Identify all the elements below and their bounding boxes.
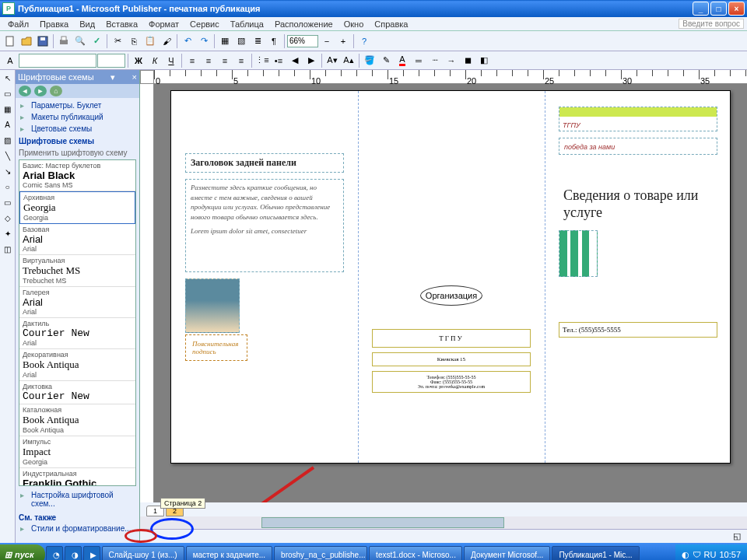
taskbar-item-5[interactable]: Документ Microsof... <box>464 546 550 560</box>
font-scheme-item[interactable]: Базис: Мастер буклетовArial BlackComic S… <box>19 160 135 191</box>
nav-back-icon[interactable]: ◄ <box>19 86 31 96</box>
close-button[interactable]: × <box>728 2 745 16</box>
menu-tools[interactable]: Сервис <box>185 19 224 30</box>
bullets-button[interactable]: •≡ <box>271 53 286 68</box>
redo-button[interactable]: ↷ <box>196 33 212 49</box>
shadow-button[interactable]: ◼ <box>460 53 475 68</box>
maximize-button[interactable]: □ <box>710 2 727 16</box>
company-box[interactable]: ТГПУ <box>372 329 531 348</box>
picture-tool[interactable]: ▨ <box>2 134 14 146</box>
3d-button[interactable]: ◧ <box>476 53 492 68</box>
taskpane-link-layouts[interactable]: Макеты публикаций <box>19 111 136 123</box>
autoshapes-tool[interactable]: ◇ <box>2 212 14 224</box>
quicklaunch-3[interactable]: ▶ <box>83 546 100 560</box>
save-button[interactable] <box>35 33 51 49</box>
contact-box[interactable]: Телефон: (555)555-55-55 Факс: (555)555-5… <box>372 371 531 393</box>
line-tool[interactable]: ╲ <box>2 149 14 162</box>
taskpane-close-icon[interactable]: × <box>132 72 137 82</box>
quicklaunch-1[interactable]: ◔ <box>46 546 63 560</box>
menu-view[interactable]: Вид <box>75 19 100 30</box>
special-chars-button[interactable]: ¶ <box>266 33 282 49</box>
tray-icon[interactable]: ◐ <box>682 550 689 560</box>
send-back-button[interactable]: ▧ <box>233 33 249 49</box>
columns-button[interactable]: ≣ <box>250 33 265 49</box>
copy-button[interactable]: ⎘ <box>126 33 142 49</box>
front-sub-box[interactable]: победа за нами <box>559 138 717 155</box>
font-scheme-item[interactable]: ГалереяArialArial <box>19 287 135 318</box>
oval-tool[interactable]: ○ <box>2 180 14 193</box>
font-scheme-item[interactable]: КаталожнаяBook AntiquaBook Antiqua <box>19 404 135 436</box>
bold-button[interactable]: Ж <box>131 53 146 68</box>
back-body-textbox[interactable]: Разместите здесь краткие сообщения, но в… <box>185 179 344 272</box>
font-scheme-item[interactable]: ДактильCourier NewArial <box>19 318 135 349</box>
font-scheme-item[interactable]: ДекоративнаяBook AntiquaArial <box>19 349 135 381</box>
taskbar-item-active[interactable]: Публикация1 - Mic... <box>552 546 639 560</box>
taskbar-item-3[interactable]: broshy_na_c_publishe... <box>274 546 367 560</box>
line-style-button[interactable]: ═ <box>411 53 426 68</box>
increase-font-button[interactable]: A▴ <box>341 53 356 68</box>
cut-button[interactable]: ✂ <box>110 33 125 49</box>
font-scheme-item[interactable]: АрхивнаяGeorgiaGeorgia <box>19 191 135 224</box>
taskpane-link-customize[interactable]: Настройка шрифтовой схем... <box>19 489 136 509</box>
quicklaunch-2[interactable]: ◑ <box>65 546 82 560</box>
front-title-box[interactable]: Сведения о товаре или услуге <box>559 184 717 224</box>
font-scheme-item[interactable]: БазоваяArialArial <box>19 224 135 255</box>
print-preview-button[interactable]: 🔍 <box>72 33 88 49</box>
design-gallery-tool[interactable]: ◫ <box>2 243 14 255</box>
pointer-tool[interactable]: ↖ <box>2 72 14 84</box>
align-center-button[interactable]: ≡ <box>201 53 216 68</box>
nav-forward-icon[interactable]: ► <box>34 86 47 96</box>
table-tool[interactable]: ▦ <box>2 103 14 115</box>
wordart-tool[interactable]: A <box>2 118 14 131</box>
clock[interactable]: 10:57 <box>719 550 741 559</box>
zoom-in-button[interactable]: + <box>335 33 351 49</box>
decrease-indent-button[interactable]: ◀ <box>287 53 303 68</box>
front-image-placeholder[interactable] <box>559 230 598 277</box>
styles-button[interactable]: A <box>2 53 18 68</box>
taskbar-item-2[interactable]: мастер к задачите... <box>186 546 272 560</box>
undo-button[interactable]: ↶ <box>180 33 195 49</box>
spelling-button[interactable]: ✓ <box>89 33 104 49</box>
font-scheme-item[interactable]: ИндустриальнаяFranklin Gothic ...Frankli… <box>19 468 135 486</box>
fill-color-button[interactable]: 🪣 <box>362 53 377 68</box>
help-ask-input[interactable]: Введите вопрос <box>679 19 744 29</box>
font-scheme-list[interactable]: Базис: Мастер буклетовArial BlackComic S… <box>19 159 136 486</box>
align-left-button[interactable]: ≡ <box>184 53 200 68</box>
decrease-font-button[interactable]: A▾ <box>324 53 340 68</box>
menu-help[interactable]: Справка <box>370 19 412 30</box>
rectangle-tool[interactable]: ▭ <box>2 196 14 208</box>
taskbar-item-1[interactable]: Слайд-шоу 1 (из...) <box>102 546 184 560</box>
tray-icon[interactable]: 🛡 <box>693 550 701 559</box>
font-scheme-item[interactable]: ВиртуальнаяTrebuchet MSTrebuchet MS <box>19 255 135 287</box>
dash-style-button[interactable]: ┈ <box>427 53 443 68</box>
taskpane-link-options[interactable]: Параметры. Буклет <box>19 100 136 111</box>
font-size-dropdown[interactable] <box>97 54 125 68</box>
menu-file[interactable]: Файл <box>3 19 33 30</box>
new-button[interactable] <box>2 33 18 49</box>
start-button[interactable]: ⊞ пуск <box>0 544 45 560</box>
org-logo-oval[interactable]: Организация <box>420 285 482 306</box>
horizontal-scrollbar[interactable] <box>140 516 747 529</box>
address-box[interactable]: Киевская 15 <box>372 352 531 366</box>
language-indicator[interactable]: RU <box>704 550 717 559</box>
taskpane-dropdown-icon[interactable]: ▾ <box>110 72 115 82</box>
menu-edit[interactable]: Правка <box>35 19 73 30</box>
canvas[interactable]: Заголовок задней панели Разместите здесь… <box>154 84 747 502</box>
system-tray[interactable]: ◐ 🛡 RU 10:57 <box>675 544 747 560</box>
tel-box[interactable]: Тел.: (555)555-5555 <box>559 322 717 338</box>
menu-arrange[interactable]: Расположение <box>270 19 338 30</box>
open-button[interactable] <box>19 33 34 49</box>
vertical-ruler[interactable] <box>140 84 154 502</box>
minimize-button[interactable]: _ <box>693 2 709 16</box>
bring-front-button[interactable]: ▦ <box>217 33 233 49</box>
horizontal-ruler[interactable]: 05101520253035 <box>154 70 747 84</box>
font-scheme-item[interactable]: ИмпульсImpactGeorgia <box>19 436 135 468</box>
font-family-dropdown[interactable] <box>19 54 96 68</box>
font-scheme-item[interactable]: ДиктовкаCourier New <box>19 381 135 404</box>
paste-button[interactable]: 📋 <box>142 33 158 49</box>
nav-home-icon[interactable]: ⌂ <box>50 86 62 96</box>
align-right-button[interactable]: ≡ <box>217 53 233 68</box>
bookmark-tool[interactable]: ✦ <box>2 227 14 240</box>
front-top-box[interactable]: ТГПУ <box>559 107 717 131</box>
italic-button[interactable]: К <box>147 53 163 68</box>
